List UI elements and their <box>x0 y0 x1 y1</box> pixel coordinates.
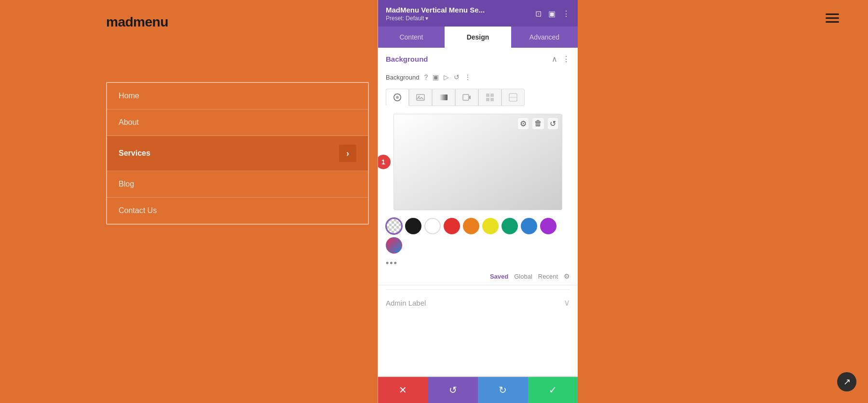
bg-label: Background <box>386 74 419 81</box>
panel-icon-more[interactable]: ⋮ <box>562 9 570 18</box>
hamburger-line-2 <box>826 17 839 19</box>
settings-panel: MadMenu Vertical Menu Se... Preset: Defa… <box>378 0 578 403</box>
svg-rect-6 <box>490 94 494 97</box>
panel-title: MadMenu Vertical Menu Se... <box>386 6 485 14</box>
bg-device-icon[interactable]: ▣ <box>433 73 439 81</box>
type-tab-video[interactable] <box>455 89 478 106</box>
menu-item-about[interactable]: About <box>107 109 368 136</box>
tab-advanced[interactable]: Advanced <box>511 27 578 48</box>
menu-item-contact-label: Contact Us <box>119 206 157 215</box>
tab-content[interactable]: Content <box>378 27 445 48</box>
section-collapse-icon[interactable]: ∧ <box>552 54 557 64</box>
bg-help-icon[interactable]: ? <box>424 73 428 81</box>
swatch-red[interactable] <box>444 218 460 234</box>
bg-reset-icon[interactable]: ↺ <box>454 73 460 81</box>
gradient-delete-icon[interactable]: 🗑 <box>532 118 544 129</box>
hamburger-line-1 <box>826 13 839 15</box>
background-row: Background ? ▣ ▷ ↺ ⋮ <box>378 70 578 87</box>
save-button[interactable]: ✓ <box>528 377 578 403</box>
type-tab-gradient[interactable] <box>432 89 455 106</box>
vertical-menu: Home About Services › Blog Contact Us <box>106 82 369 225</box>
swatch-orange[interactable] <box>463 218 479 234</box>
floating-help-button[interactable]: ↗ <box>837 372 856 391</box>
more-swatches-dots[interactable]: ••• <box>378 256 578 270</box>
color-picker-container: 1 ⚙ 🗑 ↺ <box>386 114 570 210</box>
cancel-button[interactable]: ✕ <box>378 377 428 403</box>
background-section-title: Background <box>386 55 428 63</box>
panel-bottom-bar: ✕ ↺ ↻ ✓ <box>378 376 578 403</box>
menu-item-services-arrow[interactable]: › <box>339 145 356 162</box>
type-tab-mask[interactable] <box>502 89 525 106</box>
panel-title-row: MadMenu Vertical Menu Se... Preset: Defa… <box>386 6 485 22</box>
color-settings-gear-icon[interactable]: ⚙ <box>564 272 570 280</box>
menu-item-home[interactable]: Home <box>107 83 368 109</box>
gradient-controls: ⚙ 🗑 ↺ <box>518 118 558 129</box>
undo-button[interactable]: ↺ <box>428 377 478 403</box>
swatch-white[interactable] <box>424 218 441 234</box>
panel-icon-resize[interactable]: ⊡ <box>535 9 542 18</box>
svg-rect-3 <box>440 94 448 100</box>
admin-label-text: Admin Label <box>386 299 426 307</box>
menu-item-contact[interactable]: Contact Us <box>107 198 368 224</box>
gradient-reset-icon[interactable]: ↺ <box>548 118 558 129</box>
background-section: Background ∧ ⋮ Background ? ▣ ▷ ↺ ⋮ <box>378 48 578 285</box>
swatches-area <box>378 214 578 256</box>
swatch-transparent[interactable] <box>386 218 402 234</box>
panel-preset[interactable]: Preset: Default ▾ <box>386 15 485 22</box>
menu-item-services[interactable]: Services › <box>107 136 368 171</box>
bg-options-icon[interactable]: ⋮ <box>464 73 471 81</box>
swatch-gradient[interactable] <box>386 237 402 254</box>
svg-rect-5 <box>486 94 489 97</box>
type-tabs <box>378 87 578 110</box>
color-tab-recent[interactable]: Recent <box>538 273 558 280</box>
background-section-header: Background ∧ ⋮ <box>378 48 578 70</box>
menu-item-blog[interactable]: Blog <box>107 171 368 198</box>
section-header-icons: ∧ ⋮ <box>552 54 570 64</box>
swatch-purple[interactable] <box>540 218 556 234</box>
color-tab-global[interactable]: Global <box>514 273 532 280</box>
hamburger-line-3 <box>826 21 839 23</box>
svg-rect-8 <box>490 98 494 101</box>
panel-tabs: Content Design Advanced <box>378 27 578 48</box>
tab-design[interactable]: Design <box>445 27 511 48</box>
admin-label-row[interactable]: Admin Label ∨ <box>386 289 570 316</box>
color-tab-saved[interactable]: Saved <box>490 273 508 280</box>
svg-rect-7 <box>486 98 489 101</box>
admin-label-section: Admin Label ∨ <box>378 289 578 316</box>
type-tab-color[interactable] <box>386 89 409 106</box>
svg-point-0 <box>396 96 399 99</box>
swatch-yellow[interactable] <box>482 218 499 234</box>
section-more-icon[interactable]: ⋮ <box>562 54 570 64</box>
panel-header: MadMenu Vertical Menu Se... Preset: Defa… <box>378 0 578 27</box>
swatch-black[interactable] <box>405 218 421 234</box>
bg-pointer-icon[interactable]: ▷ <box>444 73 449 81</box>
logo: madmenu <box>106 14 168 30</box>
menu-item-services-label: Services <box>119 149 150 158</box>
swatch-blue[interactable] <box>521 218 537 234</box>
menu-item-about-label: About <box>119 118 139 127</box>
redo-button[interactable]: ↻ <box>478 377 528 403</box>
menu-item-blog-label: Blog <box>119 180 134 188</box>
menu-item-home-label: Home <box>119 92 139 100</box>
panel-header-icons: ⊡ ▣ ⋮ <box>535 9 570 18</box>
admin-label-expand-icon[interactable]: ∨ <box>564 297 570 308</box>
svg-rect-4 <box>463 94 469 100</box>
gradient-settings-icon[interactable]: ⚙ <box>518 118 529 129</box>
gradient-area[interactable]: ⚙ 🗑 ↺ <box>393 114 562 210</box>
hamburger-menu[interactable] <box>826 13 839 23</box>
type-tab-image[interactable] <box>409 89 432 106</box>
type-tab-pattern[interactable] <box>478 89 502 106</box>
panel-icon-layout[interactable]: ▣ <box>548 9 556 18</box>
panel-content: Background ∧ ⋮ Background ? ▣ ▷ ↺ ⋮ <box>378 48 578 376</box>
swatch-teal[interactable] <box>502 218 518 234</box>
badge-number-1: 1 <box>378 155 391 169</box>
color-tabs-row: Saved Global Recent ⚙ <box>378 270 578 285</box>
